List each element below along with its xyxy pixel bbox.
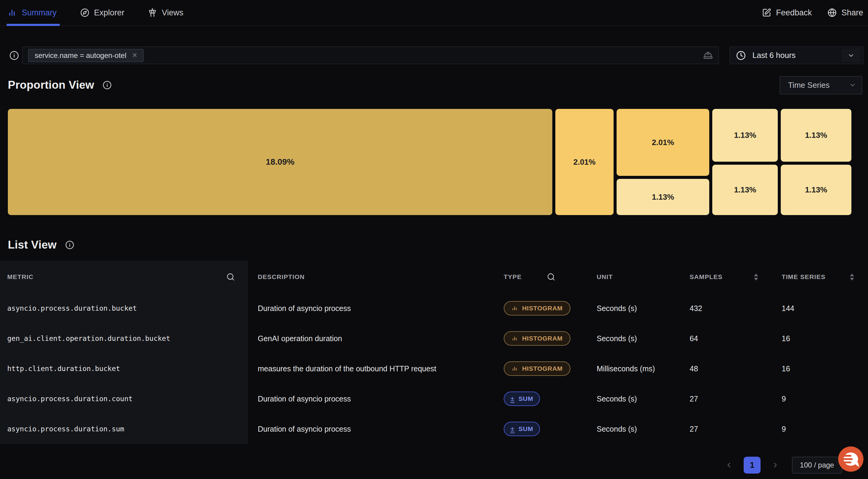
table-row[interactable]: http.client.duration.bucket measures the… — [0, 353, 868, 384]
samples-sort-icon[interactable] — [754, 274, 758, 281]
column-header-description: DESCRIPTION — [258, 273, 305, 281]
metric-unit: Seconds (s) — [597, 334, 637, 343]
time-series-sort-icon[interactable] — [850, 274, 854, 281]
metric-time-series: 9 — [782, 425, 786, 434]
filter-bar: service.name = autogen-otel × Last 6 hou… — [0, 46, 868, 65]
treemap-block-label: 18.09% — [266, 157, 294, 167]
chip-close-icon[interactable]: × — [132, 51, 137, 59]
chevron-down-icon — [842, 49, 861, 62]
query-filter-input[interactable]: service.name = autogen-otel × — [22, 46, 719, 64]
metric-description: measures the duration of the outbound HT… — [258, 364, 436, 373]
treemap-block[interactable]: 1.13% — [712, 165, 778, 215]
filter-chip-text: service.name = autogen-otel — [35, 51, 126, 60]
treemap-block-label: 1.13% — [805, 185, 827, 195]
treemap-block[interactable]: 1.13% — [781, 109, 851, 162]
proportion-view-header: Proportion View Time Series — [8, 76, 862, 94]
table-header: METRIC DESCRIPTION TYPE UNIT SAMPLES — [0, 261, 868, 293]
clock-icon — [736, 51, 746, 60]
metric-unit: Milliseconds (ms) — [597, 364, 655, 373]
globe-icon — [828, 8, 837, 17]
filter-info-icon[interactable] — [9, 51, 19, 60]
metric-time-series: 16 — [782, 334, 790, 343]
metric-samples: 48 — [690, 364, 698, 373]
top-actions: Feedback Share — [762, 8, 863, 18]
treemap-block[interactable]: 1.13% — [781, 165, 851, 215]
treemap-block[interactable]: 18.09% — [8, 109, 552, 215]
metric-description: Duration of asyncio process — [258, 425, 351, 434]
feedback-label: Feedback — [776, 8, 812, 18]
metric-unit: Seconds (s) — [597, 425, 637, 434]
tab-label: Explorer — [94, 8, 125, 18]
list-view-header: List View — [8, 235, 74, 254]
type-badge-histogram: HISTOGRAM — [504, 301, 570, 316]
treemap-block-label: 1.13% — [734, 131, 756, 140]
table-row[interactable]: asyncio.process.duration.count Duration … — [0, 384, 868, 414]
metric-name[interactable]: http.client.duration.bucket — [7, 365, 120, 373]
metric-unit: Seconds (s) — [597, 304, 637, 313]
page-previous-icon[interactable] — [724, 461, 734, 469]
treemap-column: 1.13% 1.13% — [781, 109, 851, 215]
tab-views[interactable]: Views — [148, 0, 184, 25]
time-range-value: Last 6 hours — [752, 51, 796, 60]
treemap-column: 1.13% 1.13% — [712, 109, 778, 215]
metric-description: Duration of asyncio process — [258, 304, 351, 313]
column-header-samples: SAMPLES — [690, 273, 722, 281]
filter-chip[interactable]: service.name = autogen-otel × — [28, 49, 144, 62]
list-view-title: List View — [8, 238, 57, 251]
proportion-view-title: Proportion View — [8, 79, 94, 91]
treemap-block-label: 1.13% — [805, 131, 827, 140]
tab-label: Views — [162, 8, 184, 18]
page-next-icon[interactable] — [771, 461, 780, 469]
treemap-block-label: 1.13% — [734, 185, 756, 195]
histogram-bars-icon — [512, 365, 518, 372]
page-size-select[interactable]: 100 / page — [792, 457, 842, 474]
support-chat-button[interactable] — [838, 446, 864, 472]
type-badge-histogram: HISTOGRAM — [504, 361, 570, 376]
table-row[interactable]: asyncio.process.duration.sum Duration of… — [0, 414, 868, 444]
share-label: Share — [841, 8, 863, 18]
treemap-block-label: 1.13% — [652, 192, 674, 202]
time-range-select[interactable]: Last 6 hours — [730, 46, 864, 64]
metric-search-icon[interactable] — [226, 273, 235, 281]
display-mode-select[interactable]: Time Series — [780, 76, 862, 94]
metric-name[interactable]: gen_ai.client.operation.duration.bucket — [7, 334, 170, 342]
metric-description: GenAI operation duration — [258, 334, 342, 343]
feedback-button[interactable]: Feedback — [762, 8, 812, 18]
metric-samples: 64 — [690, 334, 698, 343]
page-number-button[interactable]: 1 — [744, 457, 761, 474]
type-search-icon[interactable] — [547, 273, 555, 281]
nav-tabs: Summary Explorer Views — [8, 0, 184, 25]
treemap-block[interactable]: 1.13% — [712, 109, 778, 162]
metric-unit: Seconds (s) — [597, 394, 637, 403]
metrics-table: METRIC DESCRIPTION TYPE UNIT SAMPLES — [0, 261, 868, 444]
table-row[interactable]: gen_ai.client.operation.duration.bucket … — [0, 323, 868, 353]
edit-icon — [762, 8, 771, 17]
share-button[interactable]: Share — [828, 8, 863, 18]
compass-icon — [80, 8, 89, 17]
info-icon[interactable] — [65, 241, 74, 250]
column-header-metric: METRIC — [7, 273, 33, 281]
plus-minus-icon: ± — [510, 394, 515, 403]
plus-minus-icon: ± — [510, 425, 515, 433]
metric-samples: 27 — [690, 425, 698, 434]
display-mode-value: Time Series — [788, 81, 849, 90]
table-row[interactable]: asyncio.process.duration.bucket Duration… — [0, 293, 868, 323]
hard-hat-icon[interactable] — [703, 51, 713, 60]
metric-time-series: 144 — [782, 304, 794, 313]
metric-time-series: 9 — [782, 394, 786, 403]
column-header-type: TYPE — [504, 273, 522, 281]
treemap-block[interactable]: 2.01% — [617, 109, 709, 176]
metric-samples: 27 — [690, 394, 698, 403]
metric-name[interactable]: asyncio.process.duration.sum — [7, 425, 124, 433]
chat-bubble-icon — [843, 452, 858, 466]
treemap-block[interactable]: 1.13% — [617, 179, 709, 215]
tower-icon — [148, 8, 157, 17]
info-icon[interactable] — [103, 81, 112, 90]
metric-name[interactable]: asyncio.process.duration.bucket — [7, 305, 137, 312]
type-badge-histogram: HISTOGRAM — [504, 331, 570, 346]
tab-summary[interactable]: Summary — [8, 0, 57, 25]
treemap-block[interactable]: 2.01% — [555, 109, 614, 215]
tab-explorer[interactable]: Explorer — [80, 0, 125, 25]
metric-name[interactable]: asyncio.process.duration.count — [7, 395, 132, 403]
type-badge-sum: ± SUM — [504, 422, 540, 436]
